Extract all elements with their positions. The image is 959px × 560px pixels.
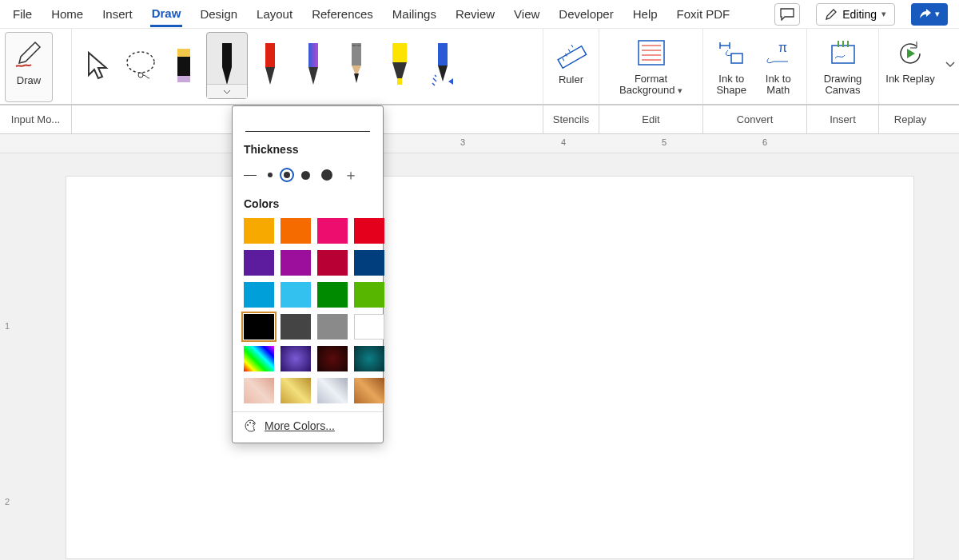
- svg-rect-14: [392, 43, 407, 62]
- group-label-replay: Replay: [879, 105, 941, 133]
- thickness-2[interactable]: [284, 172, 290, 178]
- thickness-more[interactable]: ＋: [344, 165, 358, 185]
- eraser-tool[interactable]: [163, 32, 205, 99]
- pencil-icon: [345, 43, 368, 88]
- format-background-button[interactable]: Format Background ▾: [607, 32, 695, 102]
- color-swatch[interactable]: [354, 314, 384, 340]
- color-swatch[interactable]: [354, 218, 384, 244]
- thickness-1[interactable]: [268, 173, 273, 177]
- pen-black[interactable]: [206, 32, 248, 99]
- pen-black-dropdown[interactable]: [207, 84, 247, 98]
- texture-swatch-rose-gold[interactable]: [244, 378, 274, 403]
- drawing-canvas-button[interactable]: Drawing Canvas: [812, 32, 873, 102]
- ink-math-icon: π: [764, 39, 793, 66]
- thickness-section-label: Thickness: [233, 138, 383, 161]
- ruler-mark: 5: [662, 137, 667, 147]
- select-tool[interactable]: [77, 32, 118, 99]
- pen-galaxy[interactable]: [292, 32, 334, 99]
- color-swatch[interactable]: [281, 218, 311, 244]
- tab-draw[interactable]: Draw: [150, 2, 183, 27]
- more-colors-button[interactable]: More Colors...: [233, 411, 383, 439]
- texture-swatch-ocean[interactable]: [354, 346, 384, 371]
- ink-replay-button[interactable]: Ink Replay: [884, 32, 937, 102]
- tab-design[interactable]: Design: [198, 2, 239, 26]
- color-swatch[interactable]: [317, 314, 348, 340]
- lasso-icon: [123, 48, 158, 83]
- tab-layout[interactable]: Layout: [255, 2, 294, 26]
- svg-marker-8: [265, 67, 275, 85]
- document-page[interactable]: [66, 176, 914, 559]
- tab-foxit-pdf[interactable]: Foxit PDF: [675, 2, 732, 26]
- color-swatch[interactable]: [244, 218, 274, 244]
- texture-swatch-silver[interactable]: [317, 378, 348, 403]
- color-swatch[interactable]: [354, 250, 384, 276]
- ink-replay-label: Ink Replay: [885, 73, 934, 85]
- color-swatch[interactable]: [354, 282, 384, 308]
- ink-to-math-button[interactable]: π Ink to Math: [755, 32, 802, 102]
- svg-rect-2: [177, 49, 190, 57]
- group-pen-gallery: [72, 29, 543, 104]
- color-swatch[interactable]: [281, 282, 311, 308]
- texture-swatch-lava[interactable]: [317, 346, 348, 371]
- share-button[interactable]: ▾: [911, 3, 948, 26]
- svg-point-27: [249, 422, 251, 423]
- group-label-insert: Insert: [807, 105, 879, 133]
- thickness-thinnest[interactable]: [244, 175, 257, 176]
- texture-swatch-bronze[interactable]: [354, 378, 384, 403]
- color-swatch[interactable]: [317, 282, 348, 308]
- svg-point-1: [138, 73, 143, 77]
- ink-to-shape-button[interactable]: Ink to Shape: [708, 32, 755, 102]
- thickness-3[interactable]: [301, 171, 310, 180]
- tab-insert[interactable]: Insert: [101, 2, 134, 26]
- menu-tabs: File Home Insert Draw Design Layout Refe…: [0, 0, 959, 29]
- texture-swatch-rainbow[interactable]: [244, 346, 274, 371]
- color-swatch[interactable]: [244, 282, 274, 308]
- lasso-tool[interactable]: [120, 32, 161, 99]
- eraser-icon: [175, 47, 193, 84]
- highlighter-yellow[interactable]: [379, 32, 420, 99]
- tab-mailings[interactable]: Mailings: [391, 2, 438, 26]
- svg-rect-21: [639, 41, 664, 65]
- ruler-button-label: Ruler: [559, 73, 583, 85]
- tab-view[interactable]: View: [512, 2, 541, 26]
- comment-icon: [780, 8, 794, 21]
- texture-swatch-galaxy[interactable]: [281, 346, 311, 371]
- pencil-tool[interactable]: [336, 32, 377, 99]
- texture-swatch-gold[interactable]: [281, 378, 311, 403]
- draw-pencil-icon: [13, 38, 45, 70]
- svg-marker-13: [354, 73, 359, 83]
- vertical-ruler[interactable]: 1 2: [0, 153, 18, 560]
- color-swatch[interactable]: [281, 250, 311, 276]
- thickness-4[interactable]: [321, 169, 332, 181]
- pencil-icon: [825, 8, 838, 21]
- color-swatch[interactable]: [317, 218, 348, 244]
- share-icon: [919, 8, 932, 21]
- color-swatch[interactable]: [244, 250, 274, 276]
- tab-file[interactable]: File: [11, 2, 34, 26]
- ruler-button[interactable]: Ruler: [548, 32, 594, 102]
- group-label-edit: Edit: [599, 105, 703, 133]
- tab-home[interactable]: Home: [50, 2, 85, 26]
- editing-mode-dropdown[interactable]: Editing ▾: [816, 3, 895, 26]
- draw-mode-button[interactable]: Draw: [5, 32, 53, 102]
- format-background-label: Format Background ▾: [607, 73, 695, 97]
- tab-help[interactable]: Help: [631, 2, 659, 26]
- svg-point-0: [127, 52, 154, 73]
- comments-button[interactable]: [774, 3, 800, 26]
- page-lines-icon: [635, 39, 667, 66]
- action-pen[interactable]: [422, 32, 464, 99]
- horizontal-ruler[interactable]: 3 4 5 6: [0, 134, 959, 153]
- tab-developer[interactable]: Developer: [557, 2, 615, 26]
- pen-icon: [302, 43, 324, 88]
- color-swatch[interactable]: [317, 250, 348, 276]
- svg-rect-16: [397, 78, 402, 85]
- ribbon-group-labels: Input Mo... Stencils Edit Convert Insert…: [0, 105, 959, 134]
- tab-review[interactable]: Review: [454, 2, 496, 26]
- pen-icon: [216, 43, 238, 88]
- pen-red[interactable]: [249, 32, 291, 99]
- color-swatch[interactable]: [281, 314, 311, 340]
- color-swatch[interactable]: [244, 314, 274, 340]
- svg-rect-24: [832, 46, 854, 63]
- tab-references[interactable]: References: [310, 2, 375, 26]
- ribbon-collapse-button[interactable]: [945, 59, 956, 73]
